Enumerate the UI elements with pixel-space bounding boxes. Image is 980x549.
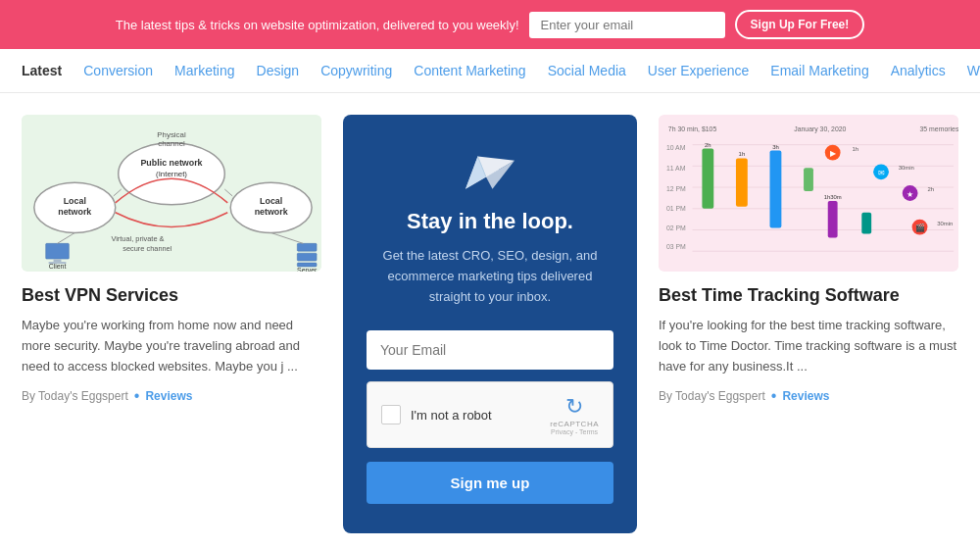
svg-text:03 PM: 03 PM xyxy=(666,243,686,250)
captcha-left: I'm not a robot xyxy=(381,405,492,424)
captcha-label: I'm not a robot xyxy=(411,408,492,423)
svg-text:channel: channel xyxy=(158,139,185,148)
svg-text:30min: 30min xyxy=(899,165,914,171)
captcha-box: I'm not a robot ↻ reCAPTCHA Privacy - Te… xyxy=(367,381,613,448)
svg-text:🎬: 🎬 xyxy=(915,223,925,232)
recaptcha-icon: ↻ xyxy=(565,394,583,420)
vpn-image: Public network (Internet) Physical chann… xyxy=(22,115,321,272)
svg-rect-18 xyxy=(297,243,317,251)
nav-wordpress[interactable]: WordPress xyxy=(967,63,980,78)
svg-rect-48 xyxy=(736,158,748,206)
svg-rect-52 xyxy=(804,168,813,191)
svg-rect-46 xyxy=(702,149,713,209)
recaptcha-logo: ↻ reCAPTCHA Privacy - Terms xyxy=(550,394,599,435)
svg-text:Local: Local xyxy=(64,196,86,206)
svg-text:Client: Client xyxy=(49,263,67,270)
tracking-image: 7h 30 min, $105 January 30, 2020 35 memo… xyxy=(659,115,958,272)
svg-text:35 memories: 35 memories xyxy=(920,125,958,132)
tracking-reviews-link[interactable]: Reviews xyxy=(782,389,829,403)
sign-me-up-button[interactable]: Sign me up xyxy=(367,462,613,504)
svg-text:January 30, 2020: January 30, 2020 xyxy=(794,125,846,133)
svg-text:(Internet): (Internet) xyxy=(156,170,187,178)
svg-text:12 PM: 12 PM xyxy=(666,185,686,192)
recaptcha-links: Privacy - Terms xyxy=(551,428,598,435)
banner-text: The latest tips & tricks on website opti… xyxy=(116,18,519,32)
vpn-title: Best VPN Services xyxy=(22,285,321,306)
recaptcha-text: reCAPTCHA xyxy=(550,420,599,428)
svg-text:Virtual, private &: Virtual, private & xyxy=(111,234,164,243)
svg-text:01 PM: 01 PM xyxy=(666,205,686,212)
svg-text:2h: 2h xyxy=(705,142,711,148)
svg-text:02 PM: 02 PM xyxy=(666,225,686,231)
svg-text:30min: 30min xyxy=(937,221,953,226)
nav-bar: Latest Conversion Marketing Design Copyw… xyxy=(0,49,980,93)
vpn-reviews-link[interactable]: Reviews xyxy=(145,389,192,403)
nav-design[interactable]: Design xyxy=(257,63,300,78)
svg-text:secure channel: secure channel xyxy=(122,244,172,253)
svg-text:✉: ✉ xyxy=(878,169,885,177)
svg-text:Server: Server xyxy=(297,267,318,272)
svg-text:2h: 2h xyxy=(927,186,934,192)
nav-user-experience[interactable]: User Experience xyxy=(648,63,750,78)
svg-text:3h: 3h xyxy=(772,144,779,150)
vpn-description: Maybe you're working from home now and n… xyxy=(22,316,321,376)
svg-text:10 AM: 10 AM xyxy=(666,144,686,151)
tracking-meta: By Today's Eggspert • Reviews xyxy=(659,388,958,404)
svg-text:Local: Local xyxy=(260,196,282,206)
nav-latest[interactable]: Latest xyxy=(22,63,62,78)
vpn-meta: By Today's Eggspert • Reviews xyxy=(22,388,321,404)
newsletter-title: Stay in the loop. xyxy=(407,209,573,234)
top-banner: The latest tips & tricks on website opti… xyxy=(0,0,980,49)
svg-text:★: ★ xyxy=(906,190,913,199)
tracking-title: Best Time Tracking Software xyxy=(659,285,958,306)
nav-social-media[interactable]: Social Media xyxy=(548,63,626,78)
paper-plane-icon xyxy=(461,144,519,193)
banner-email-input[interactable] xyxy=(529,12,725,38)
svg-text:network: network xyxy=(58,207,91,217)
svg-text:11 AM: 11 AM xyxy=(666,165,686,172)
newsletter-email-input[interactable] xyxy=(367,330,613,370)
nav-analytics[interactable]: Analytics xyxy=(891,63,946,78)
time-tracking-card: 7h 30 min, $105 January 30, 2020 35 memo… xyxy=(659,115,958,404)
tracking-author: By Today's Eggspert xyxy=(659,389,765,403)
nav-marketing[interactable]: Marketing xyxy=(174,63,234,78)
nav-email-marketing[interactable]: Email Marketing xyxy=(770,63,868,78)
nav-conversion[interactable]: Conversion xyxy=(83,63,153,78)
nav-content-marketing[interactable]: Content Marketing xyxy=(414,63,525,78)
svg-text:7h 30 min, $105: 7h 30 min, $105 xyxy=(668,125,717,132)
svg-text:▶: ▶ xyxy=(830,149,837,158)
svg-text:1h30m: 1h30m xyxy=(824,194,842,200)
svg-rect-19 xyxy=(297,253,317,261)
nav-copywriting[interactable]: Copywriting xyxy=(320,63,392,78)
captcha-checkbox[interactable] xyxy=(381,405,401,424)
newsletter-card: Stay in the loop. Get the latest CRO, SE… xyxy=(343,115,637,533)
svg-rect-62 xyxy=(828,201,838,238)
tracking-description: If you're looking for the best time trac… xyxy=(659,316,958,376)
svg-rect-15 xyxy=(54,259,62,262)
svg-rect-14 xyxy=(46,243,70,259)
newsletter-description: Get the latest CRO, SEO, design, and eco… xyxy=(367,246,613,307)
vpn-author: By Today's Eggspert xyxy=(22,389,128,403)
svg-rect-67 xyxy=(861,213,871,234)
banner-signup-button[interactable]: Sign Up For Free! xyxy=(735,10,865,39)
svg-rect-50 xyxy=(770,151,782,228)
svg-text:network: network xyxy=(255,207,288,217)
vpn-card: Public network (Internet) Physical chann… xyxy=(22,115,321,404)
svg-text:Public network: Public network xyxy=(140,158,202,168)
svg-text:1h: 1h xyxy=(739,151,746,157)
tracking-dot: • xyxy=(771,388,777,404)
vpn-dot: • xyxy=(134,388,140,404)
svg-text:1h: 1h xyxy=(852,146,858,152)
svg-text:Physical: Physical xyxy=(157,130,186,139)
main-content: Public network (Internet) Physical chann… xyxy=(0,93,980,549)
